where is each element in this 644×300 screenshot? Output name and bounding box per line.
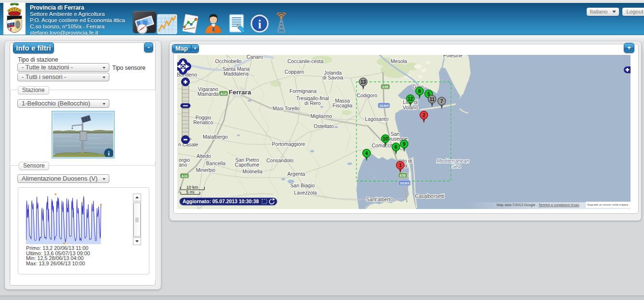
svg-text:Malalbergo: Malalbergo: [203, 134, 228, 140]
svg-text:Lagosanto: Lagosanto: [365, 116, 388, 122]
svg-text:13: 13: [360, 79, 366, 85]
svg-text:Baricella: Baricella: [206, 160, 225, 166]
svg-text:di Savoia: di Savoia: [322, 75, 343, 80]
svg-text:10: 10: [382, 136, 388, 142]
svg-text:Fiscaglia: Fiscaglia: [332, 103, 353, 108]
svg-text:5 mi: 5 mi: [186, 190, 194, 195]
svg-text:SS309: SS309: [400, 182, 409, 185]
svg-text:SS309: SS309: [379, 104, 389, 107]
svg-text:Coccanile-cesta: Coccanile-cesta: [288, 58, 324, 64]
svg-text:Copparo: Copparo: [285, 69, 304, 75]
svg-text:Ostellato: Ostellato: [314, 123, 334, 129]
svg-text:Map data ©2013 Google - Termin: Map data ©2013 Google - Termini e condiz…: [497, 203, 579, 207]
svg-text:Minerbio: Minerbio: [196, 167, 215, 173]
svg-text:Renatico: Renatico: [193, 119, 213, 125]
svg-text:Casalborsetti: Casalborsetti: [415, 193, 444, 199]
svg-text:ano: ano: [179, 162, 187, 168]
svg-text:7: 7: [440, 99, 443, 104]
svg-text:4: 4: [365, 151, 368, 156]
svg-text:di Rero: di Rero: [304, 100, 321, 106]
svg-text:10 km: 10 km: [186, 185, 198, 190]
svg-text:Molinella: Molinella: [242, 169, 263, 174]
svg-text:E55: E55: [400, 174, 406, 177]
svg-text:Aggiornato: 05.07.2013 10:30:3: Aggiornato: 05.07.2013 10:30:38: [183, 199, 259, 204]
svg-text:Altedo: Altedo: [197, 153, 211, 159]
svg-text:9: 9: [403, 142, 406, 147]
svg-text:A13: A13: [221, 92, 227, 95]
svg-text:Masi Torello: Masi Torello: [273, 105, 300, 111]
svg-text:6: 6: [394, 144, 397, 150]
svg-text:Canaro: Canaro: [247, 55, 263, 60]
svg-text:Occhiobello: Occhiobello: [215, 58, 242, 64]
svg-text:Maddalena: Maddalena: [223, 71, 249, 77]
svg-text:San Biagio: San Biagio: [290, 183, 315, 188]
svg-text:Mainarda: Mainarda: [197, 91, 219, 97]
svg-text:Argenta: Argenta: [288, 171, 305, 177]
svg-text:8: 8: [418, 89, 421, 94]
svg-text:Formignana: Formignana: [289, 88, 316, 94]
svg-text:Ferrara: Ferrara: [229, 89, 251, 96]
svg-text:Lavezzola: Lavezzola: [294, 190, 316, 196]
svg-text:Capofiume: Capofiume: [235, 162, 260, 168]
svg-text:11: 11: [430, 97, 435, 102]
svg-text:Sea: Sea: [452, 163, 461, 169]
svg-text:E55: E55: [382, 85, 389, 89]
svg-text:Migliarino: Migliarino: [311, 113, 332, 119]
svg-text:Segnala un errore nella mappa: Segnala un errore nella mappa: [587, 203, 629, 206]
svg-text:12: 12: [407, 96, 413, 102]
svg-text:A13: A13: [182, 174, 188, 178]
svg-text:Sant'alberto: Sant'alberto: [366, 196, 393, 202]
svg-text:i: i: [258, 18, 262, 31]
svg-text:1: 1: [399, 163, 402, 168]
svg-text:Codigoro: Codigoro: [357, 92, 378, 98]
svg-text:Polesine: Polesine: [443, 55, 462, 58]
svg-text:2: 2: [422, 113, 425, 118]
svg-text:Portomaggiore: Portomaggiore: [272, 141, 305, 147]
svg-text:Consandolo: Consandolo: [266, 157, 293, 163]
svg-text:Mesola: Mesola: [391, 58, 407, 64]
